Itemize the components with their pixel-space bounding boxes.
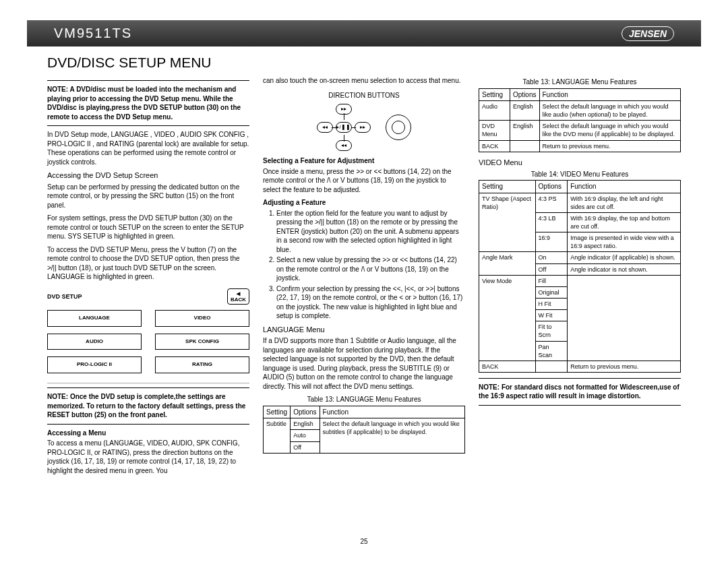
table-cell: 4:3 PS: [535, 193, 568, 212]
content-columns: NOTE: A DVD/disc must be loaded into the…: [27, 71, 701, 479]
adjust-step-1: Enter the option field for the feature y…: [276, 209, 465, 255]
note-2: NOTE: Once the DVD setup is complete,the…: [47, 392, 249, 420]
table-cell: On: [535, 252, 568, 263]
table-cell: Angle Mark: [479, 252, 536, 275]
direction-pad: ▸▸ ◂◂ ◂◂ ▸▸ ▸/❚❚: [317, 104, 371, 151]
menu-btn-video: VIDEO: [155, 310, 249, 327]
table-cell: Subtitle: [264, 418, 291, 453]
heading-accessing: Accessing the DVD Setup Screen: [47, 170, 249, 181]
th-function: Function: [539, 88, 681, 101]
table-cell: With 16:9 display, the left and right si…: [568, 193, 681, 212]
table-cell: Off: [291, 441, 320, 453]
page-title: DVD/DISC SETUP MENU: [47, 55, 701, 71]
table13b-caption: Table 13: LANGUAGE Menu Features: [479, 77, 681, 87]
table-cell: Return to previous menu.: [568, 361, 681, 372]
menu-btn-prologic: PRO-LOGIC II: [47, 356, 142, 373]
language-menu-text: If a DVD supports more than 1 Subtitle o…: [263, 336, 465, 391]
table-cell: W Fit: [535, 310, 568, 321]
accessing-menu-text: To access a menu (LANGUAGE, VIDEO, AUDIO…: [47, 439, 249, 475]
note-1: NOTE: A DVD/disc must be loaded into the…: [47, 85, 249, 121]
brand-logo: JENSEN: [621, 26, 674, 41]
table-cell: DVD Menu: [479, 121, 510, 140]
page-number: 25: [360, 538, 367, 545]
th-function: Function: [568, 181, 681, 193]
table-cell: Select the default language in which you…: [320, 418, 464, 453]
th-setting: Setting: [479, 181, 536, 193]
table-cell: [568, 275, 681, 361]
table-cell: Fill: [535, 275, 568, 286]
table-13b: Setting Options Function Audio English S…: [479, 88, 681, 152]
direction-diagram: DIRECTION BUTTONS ▸▸ ◂◂ ◂◂ ▸▸ ▸/❚❚: [263, 91, 465, 152]
th-options: Options: [535, 181, 568, 193]
heading-language-menu: LANGUAGE Menu: [263, 325, 465, 335]
table-cell: Select the default language in which you…: [539, 121, 681, 140]
table-cell: Angle indicator (if applicable) is shown…: [568, 252, 681, 263]
table-cell: 4:3 LB: [535, 212, 568, 232]
cont-text: can also touch the on-screen menu select…: [263, 76, 465, 86]
heading-accessing-menu: Accessing a Menu: [47, 429, 249, 438]
joystick-icon: [386, 115, 411, 140]
heading-adjust-feature: Adjusting a Feature: [263, 198, 465, 208]
table-cell: Select the default language in which you…: [539, 101, 681, 121]
table-cell: 16:9: [535, 232, 568, 252]
table-cell: English: [291, 418, 320, 430]
table-cell: Original: [535, 286, 568, 298]
access-p2: For system settings, press the DVD SETUP…: [47, 214, 249, 241]
table-cell: Off: [535, 263, 568, 275]
menu-btn-rating: RATING: [155, 356, 249, 373]
dir-center-icon: ▸/❚❚: [336, 122, 352, 133]
diagram-title: DVD SETUP: [47, 292, 82, 301]
table-cell: TV Shape (Aspect Ratio): [479, 193, 536, 252]
column-1: NOTE: A DVD/disc must be loaded into the…: [47, 76, 249, 479]
table-cell: Angle indicator is not shown.: [568, 263, 681, 275]
table14-caption: Table 14: VIDEO Menu Features: [479, 170, 681, 179]
table-cell: BACK: [479, 140, 510, 152]
dvd-setup-diagram: DVD SETUP BACK LANGUAGE VIDEO AUDIO SPK …: [47, 288, 249, 373]
menu-btn-language: LANGUAGE: [47, 310, 142, 327]
direction-label: DIRECTION BUTTONS: [263, 91, 465, 100]
table-cell: With 16:9 display, the top and bottom ar…: [568, 212, 681, 232]
table-cell: View Mode: [479, 275, 536, 361]
note-3: NOTE: For standard discs not formatted f…: [479, 383, 681, 401]
table-cell: English: [510, 121, 539, 140]
table-13a: Setting Options Function Subtitle Englis…: [263, 406, 465, 454]
column-2: can also touch the on-screen menu select…: [263, 76, 465, 479]
adjust-steps: Enter the option field for the feature y…: [263, 209, 465, 321]
th-function: Function: [320, 406, 464, 418]
adjust-step-3: Confirm your selection by pressing the <…: [276, 284, 465, 321]
table-cell: [510, 140, 539, 152]
header-bar: VM9511TS JENSEN: [27, 20, 701, 46]
th-options: Options: [510, 88, 539, 101]
table-cell: [535, 361, 568, 372]
model-number: VM9511TS: [54, 26, 132, 41]
access-p3: To access the DVD SETUP Menu, press the …: [47, 245, 249, 282]
table-cell: English: [510, 101, 539, 121]
table-cell: Fit to Scrn: [535, 321, 568, 341]
heading-select-feature: Selecting a Feature for Adjustment: [263, 156, 465, 166]
dir-down-icon: ◂◂: [336, 140, 352, 151]
dir-right-icon: ▸▸: [355, 122, 371, 133]
adjust-step-2: Select a new value by pressing the >> or…: [276, 255, 465, 283]
th-setting: Setting: [264, 406, 291, 418]
heading-video-menu: VIDEO Menu: [479, 158, 681, 168]
select-feature-text: Once inside a menu, press the >> or << b…: [263, 167, 465, 195]
table-cell: Auto: [291, 430, 320, 441]
table-cell: Return to previous menu.: [539, 140, 681, 152]
th-options: Options: [291, 406, 320, 418]
dir-left-icon: ◂◂: [317, 122, 333, 133]
table-cell: BACK: [479, 361, 536, 372]
table-14: Setting Options Function TV Shape (Aspec…: [479, 180, 681, 373]
table-cell: H Fit: [535, 298, 568, 309]
table13a-caption: Table 13: LANGUAGE Menu Features: [263, 395, 465, 404]
table-cell: Image is presented in wide view with a 1…: [568, 232, 681, 252]
intro-text: In DVD Setup mode, LANGUAGE , VIDEO , AU…: [47, 130, 249, 166]
table-cell: Pan Scan: [535, 341, 568, 361]
th-setting: Setting: [479, 88, 510, 101]
menu-btn-spkconfig: SPK CONFIG: [155, 334, 249, 350]
menu-btn-audio: AUDIO: [47, 334, 142, 350]
table-cell: Audio: [479, 101, 510, 121]
access-p1: Setup can be performed by pressing the d…: [47, 183, 249, 210]
column-3: Table 13: LANGUAGE Menu Features Setting…: [479, 76, 681, 479]
back-icon: BACK: [227, 288, 249, 305]
